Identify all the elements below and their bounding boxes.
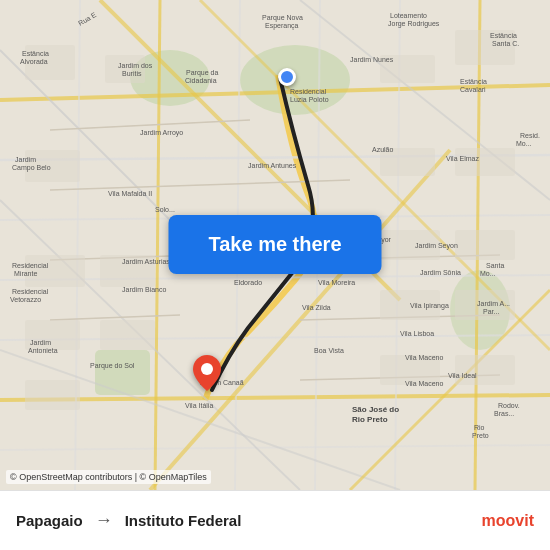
svg-rect-43 [455,230,515,260]
svg-text:Cidadania: Cidadania [185,77,217,84]
svg-text:Rio: Rio [474,424,485,431]
svg-text:Loteamento: Loteamento [390,12,427,19]
svg-text:Vila Zilda: Vila Zilda [302,304,331,311]
svg-text:Boa Vista: Boa Vista [314,347,344,354]
svg-text:Mo...: Mo... [516,140,532,147]
svg-text:Jardim dos: Jardim dos [118,62,153,69]
svg-text:Cavalari: Cavalari [460,86,486,93]
svg-text:Jorge Rodrigues: Jorge Rodrigues [388,20,440,28]
svg-text:Vila Moreira: Vila Moreira [318,279,355,286]
svg-rect-45 [100,320,155,350]
svg-text:Antonieta: Antonieta [28,347,58,354]
svg-text:Mirante: Mirante [14,270,37,277]
svg-text:Solo...: Solo... [155,206,175,213]
map-container: Parque Nova Esperança Loteamento Jorge R… [0,0,550,490]
svg-text:Par...: Par... [483,308,499,315]
svg-text:Jardim Bianco: Jardim Bianco [122,286,166,293]
svg-text:Vila Itália: Vila Itália [185,402,213,409]
svg-text:Mo...: Mo... [480,270,496,277]
svg-rect-49 [455,355,515,385]
svg-text:Azulão: Azulão [372,146,394,153]
svg-text:Esperança: Esperança [265,22,299,30]
moovit-text: moovit [482,512,534,530]
svg-text:Resid.: Resid. [520,132,540,139]
svg-text:Parque do Sol: Parque do Sol [90,362,135,370]
route-arrow-icon: → [95,510,113,531]
svg-text:Vila Maceno: Vila Maceno [405,354,444,361]
svg-text:Jardim Antunes: Jardim Antunes [248,162,297,169]
svg-rect-50 [25,380,80,410]
svg-text:Estância: Estância [460,78,487,85]
svg-rect-4 [95,350,150,395]
svg-text:Buritis: Buritis [122,70,142,77]
svg-text:Eldorado: Eldorado [234,279,262,286]
svg-text:Jardim Arroyo: Jardim Arroyo [140,129,183,137]
svg-text:Campo Belo: Campo Belo [12,164,51,172]
svg-text:Vila Elmaz: Vila Elmaz [446,155,479,162]
svg-text:Santa: Santa [486,262,504,269]
svg-rect-39 [455,148,515,176]
take-me-there-button[interactable]: Take me there [168,215,381,274]
origin-marker [278,68,296,86]
svg-text:Residencial: Residencial [12,288,49,295]
svg-text:Jardim Nunes: Jardim Nunes [350,56,394,63]
svg-rect-34 [105,55,145,83]
svg-text:Vila Maceno: Vila Maceno [405,380,444,387]
svg-text:Jardim Seyon: Jardim Seyon [415,242,458,250]
svg-text:Parque da: Parque da [186,69,218,77]
svg-text:Vila Ideal: Vila Ideal [448,372,477,379]
map-attribution: © OpenStreetMap contributors | © OpenMap… [6,470,211,484]
svg-text:Vila Ipiranga: Vila Ipiranga [410,302,449,310]
svg-text:Residencial: Residencial [12,262,49,269]
svg-text:Luzia Poloto: Luzia Poloto [290,96,329,103]
svg-point-113 [201,363,213,375]
svg-text:São José do: São José do [352,405,399,414]
svg-text:Jardim A...: Jardim A... [477,300,510,307]
svg-text:Estância: Estância [22,50,49,57]
svg-text:Estância: Estância [490,32,517,39]
svg-text:Vila Mafalda II: Vila Mafalda II [108,190,152,197]
svg-text:Jardim Sônia: Jardim Sônia [420,269,461,276]
destination-marker [193,355,221,395]
svg-text:Alvorada: Alvorada [20,58,48,65]
svg-text:Rodov.: Rodov. [498,402,520,409]
bottom-bar: Papagaio → Instituto Federal moovit [0,490,550,550]
svg-text:Santa C.: Santa C. [492,40,519,47]
moovit-logo: moovit [482,512,534,530]
svg-text:Jardim: Jardim [30,339,51,346]
svg-text:Bras...: Bras... [494,410,514,417]
route-to-label: Instituto Federal [125,512,242,529]
svg-text:Vila Lisboa: Vila Lisboa [400,330,434,337]
svg-text:Preto: Preto [472,432,489,439]
svg-text:Jardim: Jardim [15,156,36,163]
route-from-label: Papagaio [16,512,83,529]
svg-text:Vetorazzo: Vetorazzo [10,296,41,303]
svg-text:Parque Nova: Parque Nova [262,14,303,22]
svg-text:Rio Preto: Rio Preto [352,415,388,424]
svg-text:Residencial: Residencial [290,88,327,95]
svg-text:Jardim Asturias: Jardim Asturias [122,258,170,265]
